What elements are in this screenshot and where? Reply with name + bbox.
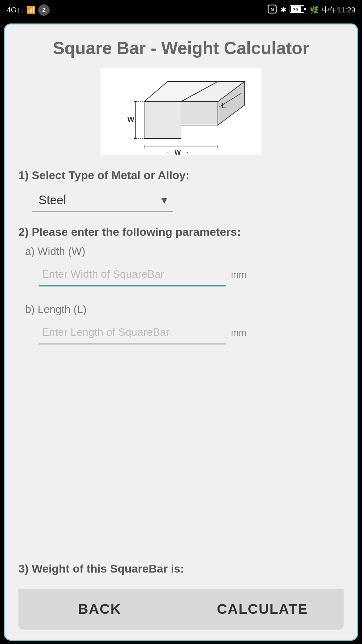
- svg-text:L: L: [221, 102, 226, 110]
- app-container: Square Bar - Weight Calculator: [4, 23, 358, 641]
- svg-rect-13: [181, 102, 218, 125]
- svg-text:← W →: ← W →: [166, 149, 189, 155]
- status-left: 4G↑↓ 📶 2: [7, 4, 50, 16]
- signal-icon: 4G↑↓: [7, 6, 24, 14]
- page-title: Square Bar - Weight Calculator: [18, 38, 344, 58]
- section2-label: 2) Please enter the following parameters…: [18, 225, 344, 238]
- bluetooth-icon: ✱: [280, 6, 286, 14]
- svg-rect-4: [304, 8, 306, 10]
- width-input[interactable]: [39, 263, 226, 286]
- bottom-buttons: BACK CALCULATE: [18, 589, 344, 630]
- square-bar-diagram: W L ← W →: [101, 68, 261, 155]
- status-bar: 4G↑↓ 📶 2 N ✱ 79 🌿 中午11:29: [0, 0, 362, 20]
- svg-text:W: W: [127, 115, 134, 123]
- back-button[interactable]: BACK: [18, 589, 181, 630]
- svg-text:79: 79: [293, 7, 298, 12]
- status-right: N ✱ 79 🌿 中午11:29: [267, 4, 355, 16]
- battery-icon: 79: [290, 5, 306, 15]
- calculate-button[interactable]: CALCULATE: [181, 589, 344, 630]
- section1-label: 1) Select Type of Metal or Alloy:: [18, 169, 344, 182]
- weight-section: 3) Weight of this SquareBar is:: [18, 555, 344, 582]
- width-unit: mm: [231, 269, 247, 280]
- nfc-icon: N: [267, 4, 277, 16]
- notification-badge: 2: [38, 4, 50, 16]
- length-input[interactable]: [39, 321, 226, 344]
- width-input-row: mm: [39, 263, 344, 286]
- length-input-row: mm: [39, 321, 344, 344]
- param-b-label: b) Length (L): [25, 303, 344, 316]
- metal-select[interactable]: Steel Aluminum Copper Brass Iron Stainle…: [32, 189, 173, 212]
- wifi-icon: 📶: [26, 6, 36, 14]
- length-unit: mm: [231, 327, 247, 338]
- params-section: a) Width (W) mm b) Length (L) mm: [18, 245, 344, 361]
- section3-label: 3) Weight of this SquareBar is:: [18, 562, 344, 575]
- metal-dropdown-container[interactable]: Steel Aluminum Copper Brass Iron Stainle…: [32, 189, 344, 212]
- svg-text:N: N: [270, 7, 274, 12]
- param-a-label: a) Width (W): [25, 245, 344, 258]
- leaf-icon: 🌿: [310, 6, 319, 14]
- svg-rect-7: [144, 102, 181, 139]
- diagram-container: W L ← W →: [18, 68, 344, 155]
- time-display: 中午11:29: [322, 5, 355, 15]
